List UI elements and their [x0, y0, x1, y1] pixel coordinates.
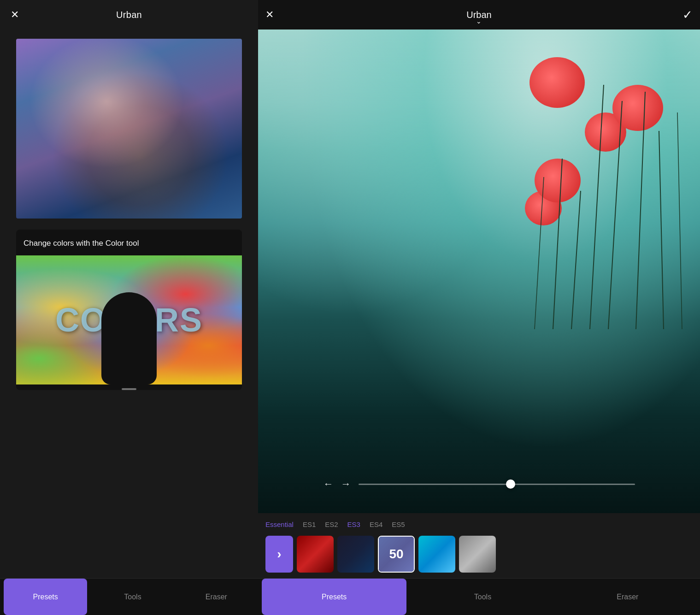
right-confirm-button[interactable]: ✓ — [682, 8, 693, 22]
left-title: Urban — [116, 10, 142, 20]
tab-es2[interactable]: ES2 — [325, 519, 338, 530]
poppy-3 — [612, 85, 663, 131]
right-tab-presets-label: Presets — [322, 593, 347, 601]
preset-selected-value: 50 — [379, 537, 414, 572]
left-photo-preview — [16, 39, 242, 219]
right-close-button[interactable]: ✕ — [265, 9, 274, 21]
color-tool-card: Change colors with the Color tool COLORS — [16, 230, 242, 390]
preset-arrow-button[interactable]: › — [265, 536, 293, 573]
preset-thumb-4[interactable] — [418, 536, 455, 573]
left-close-button[interactable]: ✕ — [7, 7, 22, 22]
right-tab-eraser[interactable]: Eraser — [555, 579, 700, 615]
left-bottom-bar: Presets Tools Eraser — [0, 578, 258, 615]
preset-thumbnails-row: › 50 — [258, 534, 700, 574]
presets-tabs: Essential ES1 ES2 ES3 ES4 ES5 — [258, 513, 700, 534]
poppy-1 — [529, 57, 585, 108]
redo-button[interactable]: → — [341, 478, 351, 490]
left-tab-tools[interactable]: Tools — [91, 579, 174, 615]
right-photo-canvas: ← → — [258, 30, 700, 513]
tab-es5[interactable]: ES5 — [392, 519, 405, 530]
woman-photo — [16, 39, 242, 219]
undo-button[interactable]: ← — [324, 478, 334, 490]
presets-bar: Essential ES1 ES2 ES3 ES4 ES5 › 50 — [258, 513, 700, 578]
chevron-down-icon[interactable]: ⌄ — [476, 18, 482, 25]
intensity-slider[interactable] — [359, 484, 635, 485]
arrow-icon: › — [277, 547, 281, 562]
preset-thumb-3[interactable]: 50 — [378, 536, 415, 573]
preset-thumb-2-img — [337, 536, 374, 573]
tab-essential[interactable]: Essential — [265, 519, 294, 530]
left-tab-eraser-label: Eraser — [206, 593, 227, 601]
woman-silhouette — [101, 292, 157, 384]
right-bottom-bar: Presets Tools Eraser — [258, 578, 700, 615]
tab-es3[interactable]: ES3 — [347, 519, 360, 530]
preset-thumb-5-img — [459, 536, 496, 573]
color-tool-image: COLORS — [16, 255, 242, 384]
right-header: ✕ Urban ⌄ ✓ — [258, 0, 700, 30]
page-dot — [122, 388, 136, 390]
right-tab-tools-label: Tools — [474, 593, 491, 601]
color-tool-title: Change colors with the Color tool — [24, 239, 139, 248]
preset-thumb-1[interactable] — [297, 536, 334, 573]
left-tab-eraser[interactable]: Eraser — [175, 579, 258, 615]
left-header: ✕ Urban — [0, 0, 258, 30]
left-tab-presets[interactable]: Presets — [4, 579, 87, 615]
color-tool-header: Change colors with the Color tool — [16, 230, 242, 255]
slider-thumb[interactable] — [506, 479, 515, 489]
tab-es1[interactable]: ES1 — [303, 519, 316, 530]
left-tab-tools-label: Tools — [124, 593, 141, 601]
left-panel: ✕ Urban Change colors with the Color too… — [0, 0, 258, 615]
right-tab-presets[interactable]: Presets — [262, 579, 406, 615]
right-panel: ✕ Urban ⌄ ✓ ← → — [258, 0, 700, 615]
preset-thumb-5[interactable] — [459, 536, 496, 573]
slider-container: ← → — [258, 478, 700, 490]
preset-thumb-4-img — [418, 536, 455, 573]
left-tab-presets-label: Presets — [33, 593, 58, 601]
poppy-5 — [535, 159, 581, 202]
preset-thumb-2[interactable] — [337, 536, 374, 573]
tab-es4[interactable]: ES4 — [370, 519, 382, 530]
dot-indicator — [16, 384, 242, 390]
right-tab-eraser-label: Eraser — [617, 593, 638, 601]
right-tab-tools[interactable]: Tools — [410, 579, 555, 615]
preset-thumb-1-img — [297, 536, 334, 573]
left-main-content: Change colors with the Color tool COLORS — [0, 30, 258, 578]
